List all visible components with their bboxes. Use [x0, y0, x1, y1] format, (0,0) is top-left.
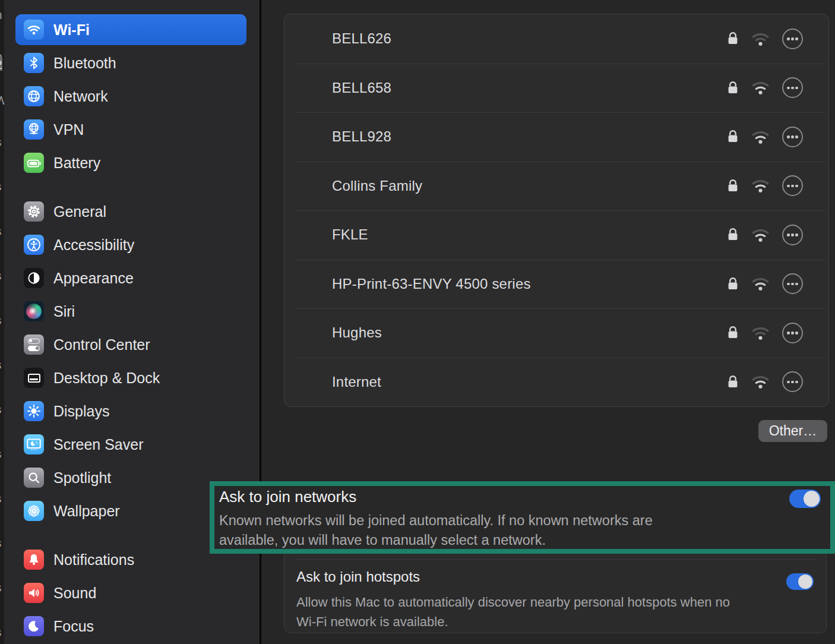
more-options-button[interactable]	[782, 323, 803, 343]
card-divider	[296, 559, 816, 560]
sidebar-item-label: Displays	[53, 403, 109, 420]
magnifier-icon	[24, 468, 44, 488]
sidebar-item-general[interactable]: General	[15, 196, 246, 227]
control-center-icon	[24, 334, 44, 355]
sidebar-item-label: Screen Saver	[53, 436, 143, 453]
sidebar-item-sound[interactable]: Sound	[15, 577, 246, 608]
sidebar-item-label: Bluetooth	[53, 55, 116, 72]
sidebar-item-displays[interactable]: Displays	[15, 396, 246, 427]
network-name: Collins Family	[332, 178, 715, 194]
ask-to-join-hotspots-description: Allow this Mac to automatically discover…	[296, 592, 777, 632]
more-options-button[interactable]	[782, 225, 803, 245]
more-options-button[interactable]	[782, 127, 803, 147]
ellipsis-icon	[791, 332, 794, 334]
other-network-button[interactable]: Other…	[758, 420, 827, 442]
desktop-window-icon	[24, 368, 44, 388]
sidebar-item-label: Wi-Fi	[53, 21, 90, 39]
wifi-network-row[interactable]: BELL928	[284, 112, 828, 162]
vpn-globe-icon	[24, 119, 44, 140]
lock-icon	[727, 276, 739, 292]
ask-to-join-networks-description: Known networks will be joined automatica…	[219, 511, 742, 550]
sidebar-item-bluetooth[interactable]: Bluetooth	[15, 48, 246, 78]
sidebar-item-wifi[interactable]: Wi-Fi	[15, 14, 246, 45]
ask-to-join-hotspots-toggle[interactable]	[786, 573, 814, 590]
wifi-signal-icon	[751, 374, 770, 390]
sidebar-item-desktop-dock[interactable]: Desktop & Dock	[15, 362, 246, 393]
flower-icon	[24, 501, 44, 521]
wifi-network-row[interactable]: BELL626	[284, 14, 828, 64]
wifi-signal-icon	[751, 227, 770, 243]
wifi-settings-pane: BELL626 BELL658 BELL928 Collins Family	[261, 0, 835, 644]
sidebar-item-label: Siri	[53, 303, 75, 320]
network-name: BELL626	[332, 30, 715, 47]
more-options-button[interactable]	[782, 273, 803, 294]
sidebar-item-label: Appearance	[53, 270, 134, 287]
sidebar-item-network[interactable]: Network	[15, 81, 246, 112]
sun-icon	[24, 401, 44, 421]
accessibility-icon	[24, 235, 44, 255]
bluetooth-icon	[24, 53, 44, 73]
wifi-networks-list: BELL626 BELL658 BELL928 Collins Family	[284, 14, 829, 407]
ellipsis-icon	[791, 87, 794, 90]
sidebar-item-control-center[interactable]: Control Center	[15, 329, 246, 360]
gear-icon	[24, 201, 44, 222]
background-window-edge: no2Wssssssssssss	[0, 0, 4, 644]
sidebar-item-label: Control Center	[53, 336, 150, 353]
siri-icon	[24, 301, 44, 321]
wifi-signal-icon	[751, 129, 770, 145]
more-options-button[interactable]	[782, 29, 803, 49]
toggle-knob	[804, 491, 820, 507]
toggle-knob	[798, 574, 812, 589]
sidebar-group-gap	[15, 181, 260, 196]
sidebar-item-label: Accessibility	[53, 236, 134, 254]
wifi-network-row[interactable]: Hughes	[284, 308, 828, 358]
lock-icon	[727, 80, 739, 96]
more-options-button[interactable]	[782, 77, 803, 98]
wifi-icon	[24, 20, 44, 40]
more-options-button[interactable]	[782, 175, 803, 196]
ellipsis-icon	[791, 233, 794, 236]
wifi-signal-icon	[751, 80, 770, 96]
sidebar-item-siri[interactable]: Siri	[15, 296, 246, 327]
network-name: Internet	[332, 374, 715, 390]
sidebar-item-label: Spotlight	[53, 469, 111, 487]
bell-icon	[24, 550, 44, 570]
annotation-highlight-box: Ask to join networks Known networks will…	[210, 481, 835, 554]
network-name: BELL928	[332, 128, 715, 145]
sidebar-item-focus[interactable]: Focus	[15, 611, 246, 642]
sidebar-item-label: Focus	[53, 618, 94, 635]
system-settings-window: no2Wssssssssssss Wi-Fi Bluetooth Network	[0, 0, 835, 644]
wifi-network-row[interactable]: FKLE	[284, 210, 828, 260]
network-name: HP-Print-63-ENVY 4500 series	[332, 276, 715, 292]
lock-icon	[727, 374, 739, 390]
wifi-network-row[interactable]: BELL658	[284, 64, 828, 113]
wifi-network-row[interactable]: HP-Print-63-ENVY 4500 series	[284, 260, 828, 309]
ellipsis-icon	[791, 283, 794, 286]
ask-to-join-networks-toggle[interactable]	[789, 490, 821, 508]
wifi-signal-icon	[751, 178, 770, 194]
wifi-signal-icon	[751, 31, 770, 47]
lock-icon	[727, 129, 739, 144]
wifi-network-row[interactable]: Collins Family	[284, 162, 828, 211]
ask-to-join-hotspots-title: Ask to join hotspots	[296, 569, 420, 585]
sidebar-item-vpn[interactable]: VPN	[15, 114, 246, 145]
sidebar-item-accessibility[interactable]: Accessibility	[15, 229, 246, 260]
lock-icon	[727, 325, 739, 340]
sidebar-item-screen-saver[interactable]: Screen Saver	[15, 429, 246, 460]
wifi-signal-icon	[751, 276, 770, 292]
sidebar-item-label: Desktop & Dock	[53, 370, 160, 387]
network-name: FKLE	[332, 226, 715, 243]
wifi-network-row[interactable]: Internet	[284, 358, 828, 407]
sidebar-item-label: Notifications	[53, 551, 134, 569]
more-options-button[interactable]	[782, 371, 803, 392]
ask-to-join-networks-title: Ask to join networks	[219, 488, 356, 506]
lock-icon	[727, 178, 739, 194]
battery-icon	[24, 153, 44, 173]
sidebar-item-battery[interactable]: Battery	[15, 147, 246, 178]
sidebar-item-label: Network	[53, 88, 108, 105]
sidebar-item-label: Battery	[53, 154, 100, 172]
sidebar-item-label: VPN	[53, 121, 84, 138]
moon-icon	[24, 616, 44, 636]
screen-saver-icon	[24, 434, 44, 454]
sidebar-item-appearance[interactable]: Appearance	[15, 263, 246, 293]
